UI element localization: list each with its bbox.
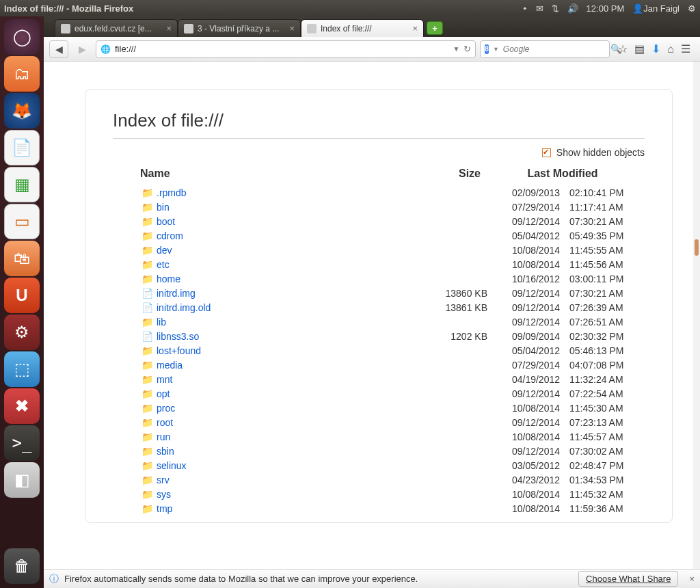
entry-date: 07/29/2014	[487, 360, 569, 371]
entry-name[interactable]: media	[157, 360, 399, 371]
entry-time: 05:46:13 PM	[569, 345, 645, 356]
menu-icon[interactable]: ☰	[681, 42, 690, 55]
calc-icon[interactable]: ▦	[4, 167, 40, 202]
tab-label: edux.feld.cvut.cz [e...	[75, 24, 152, 34]
entry-name[interactable]: tmp	[157, 503, 399, 514]
user-menu[interactable]: 👤 Jan Faigl	[632, 3, 679, 14]
entry-time: 07:30:02 AM	[569, 446, 645, 457]
entry-name[interactable]: initrd.img.old	[157, 302, 399, 313]
url-field[interactable]: 🌐 ▼ ↻	[96, 40, 476, 58]
trash-icon[interactable]: 🗑	[4, 548, 40, 584]
table-row: 📄libnss3.so1202 KB09/09/201402:30:32 PM	[113, 329, 645, 343]
files-icon[interactable]: 🗂	[4, 56, 40, 92]
entry-name[interactable]: selinux	[157, 460, 399, 471]
tab-label: 3 - Vlastní příkazy a ...	[198, 24, 279, 34]
entry-time: 11:45:56 AM	[569, 259, 645, 270]
terminal-icon[interactable]: >_	[4, 425, 40, 461]
scrollbar[interactable]	[693, 62, 700, 588]
download-icon[interactable]: ⬇	[651, 42, 660, 55]
entry-time: 11:45:32 AM	[569, 489, 645, 500]
entry-name[interactable]: bin	[157, 202, 399, 213]
close-icon[interactable]: ×	[289, 23, 295, 34]
chevron-down-icon[interactable]: ▼	[493, 46, 499, 53]
bluetooth-icon[interactable]: ᛭	[522, 3, 528, 14]
tab-0[interactable]: edux.feld.cvut.cz [e... ×	[55, 19, 178, 37]
forward-button[interactable]: ▶	[72, 40, 92, 58]
close-icon[interactable]: ×	[689, 574, 695, 584]
info-icon: ⓘ	[49, 573, 59, 585]
entry-date: 05/04/2012	[487, 230, 569, 241]
tab-2[interactable]: Index of file:/// ×	[301, 19, 424, 37]
info-text: Firefox automatically sends some data to…	[64, 574, 418, 584]
url-input[interactable]	[115, 44, 448, 54]
gear-icon[interactable]: ⚙	[688, 3, 696, 14]
folder-icon: 📁	[140, 345, 154, 356]
library-icon[interactable]: ▤	[634, 42, 645, 55]
network-icon[interactable]: ⇅	[552, 3, 559, 14]
system-indicators: ᛭ ✉ ⇅ 🔊 12:00 PM 👤 Jan Faigl ⚙	[522, 3, 696, 14]
clock[interactable]: 12:00 PM	[587, 3, 625, 14]
entry-name[interactable]: etc	[157, 259, 399, 270]
entry-name[interactable]: srv	[157, 475, 399, 485]
entry-size: 13860 KB	[399, 288, 487, 299]
entry-time: 02:48:47 PM	[569, 460, 645, 471]
entry-time: 01:34:53 PM	[569, 475, 645, 485]
directory-card: Index of file:/// Show hidden objects Na…	[85, 89, 673, 523]
xapp-icon[interactable]: ✖	[4, 388, 40, 424]
page-title: Index of file:///	[113, 110, 645, 131]
close-icon[interactable]: ×	[412, 23, 418, 34]
entry-name[interactable]: initrd.img	[157, 288, 399, 299]
firefox-icon[interactable]: 🦊	[4, 93, 40, 129]
close-icon[interactable]: ×	[166, 23, 172, 34]
entry-name[interactable]: sbin	[157, 446, 399, 457]
search-input[interactable]	[503, 44, 606, 54]
software-center-icon[interactable]: 🛍	[4, 241, 40, 276]
entry-name[interactable]: lost+found	[157, 345, 399, 356]
entry-time: 11:45:57 AM	[569, 431, 645, 442]
entry-name[interactable]: mnt	[157, 374, 399, 385]
entry-name[interactable]: libnss3.so	[157, 331, 399, 342]
entry-date: 04/19/2012	[487, 374, 569, 385]
entry-date: 10/08/2014	[487, 431, 569, 442]
search-field[interactable]: 8 ▼ 🔍	[480, 40, 610, 58]
settings-icon[interactable]: ⚙	[4, 315, 40, 350]
dropbox-icon[interactable]: ⬚	[4, 351, 40, 387]
writer-icon[interactable]: 📄	[4, 130, 40, 165]
entry-date: 09/12/2014	[487, 446, 569, 457]
entry-name[interactable]: root	[157, 417, 399, 428]
entry-name[interactable]: boot	[157, 216, 399, 227]
folder-icon: 📁	[140, 431, 154, 442]
entry-name[interactable]: sys	[157, 489, 399, 500]
dash-icon[interactable]: ◯	[4, 19, 40, 55]
sound-icon[interactable]: 🔊	[567, 3, 578, 14]
file-icon: 📄	[140, 331, 154, 342]
virtualbox-icon[interactable]: ◧	[4, 462, 40, 498]
entry-name[interactable]: lib	[157, 317, 399, 328]
entry-date: 02/09/2013	[487, 187, 569, 198]
home-icon[interactable]: ⌂	[667, 43, 674, 55]
table-row: 📄initrd.img.old13861 KB09/12/201407:26:3…	[113, 300, 645, 315]
entry-name[interactable]: opt	[157, 388, 399, 399]
tab-1[interactable]: 3 - Vlastní příkazy a ... ×	[178, 19, 301, 37]
scrollbar-thumb[interactable]	[695, 239, 699, 256]
choose-share-button[interactable]: Choose What I Share	[578, 571, 678, 587]
entry-name[interactable]: run	[157, 431, 399, 442]
table-row: 📁.rpmdb02/09/201302:10:41 PM	[113, 185, 645, 200]
entry-name[interactable]: dev	[157, 245, 399, 256]
reload-icon[interactable]: ↻	[463, 44, 471, 54]
entry-name[interactable]: .rpmdb	[157, 187, 399, 198]
chevron-down-icon[interactable]: ▼	[453, 45, 459, 53]
ubuntu-one-icon[interactable]: U	[4, 278, 40, 313]
entry-name[interactable]: proc	[157, 403, 399, 414]
entry-name[interactable]: home	[157, 273, 399, 284]
col-modified: Last Modified	[481, 168, 645, 180]
mail-icon[interactable]: ✉	[536, 3, 543, 14]
back-button[interactable]: ◀	[49, 40, 68, 58]
bookmark-star-icon[interactable]: ☆	[618, 42, 628, 55]
impress-icon[interactable]: ▭	[4, 204, 40, 239]
nav-toolbar: ◀ ▶ 🌐 ▼ ↻ 8 ▼ 🔍 ☆ ▤ ⬇ ⌂ ☰	[44, 37, 700, 62]
new-tab-button[interactable]: +	[427, 21, 443, 35]
show-hidden-checkbox[interactable]	[542, 148, 551, 157]
entry-date: 09/12/2014	[487, 388, 569, 399]
entry-name[interactable]: cdrom	[157, 230, 399, 241]
